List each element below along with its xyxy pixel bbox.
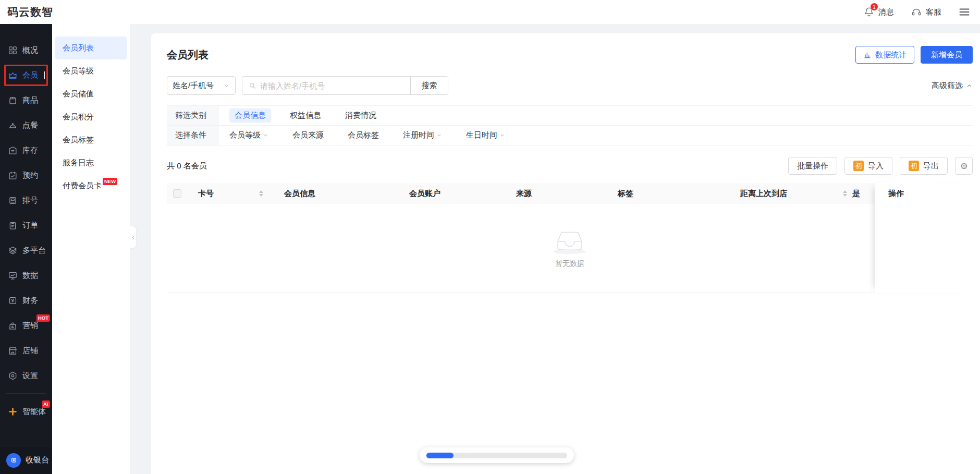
sidebar-item-goods[interactable]: 商品 <box>0 88 52 113</box>
chevron-down-icon <box>436 132 442 138</box>
advanced-filter-toggle[interactable]: 高级筛选 <box>932 81 973 91</box>
search-input[interactable] <box>260 81 405 90</box>
filter-member-tag[interactable]: 会员标签 <box>348 130 379 140</box>
primary-sidebar: 概况 会员 商品 点餐 库存 预约 <box>0 24 52 474</box>
column-last-visit[interactable]: 距离上次到店 <box>740 189 852 199</box>
sidebar-item-multiplatform[interactable]: 多平台 <box>0 238 52 263</box>
column-member-info: 会员信息 <box>284 189 409 199</box>
scrollbar-track[interactable] <box>426 453 567 458</box>
chevron-left-icon <box>130 235 136 240</box>
sidebar-item-label: 多平台 <box>22 246 46 256</box>
batch-operation-button[interactable]: 批量操作 <box>788 157 837 175</box>
submenu-item-member-level[interactable]: 会员等级 <box>55 59 127 82</box>
chevron-down-icon <box>499 132 505 138</box>
sidebar-item-label: 营销 <box>22 321 38 331</box>
sidebar-item-queue[interactable]: 排号 <box>0 188 52 213</box>
sidebar-item-ordering[interactable]: 点餐 <box>0 113 52 138</box>
ai-clover-icon <box>8 407 18 417</box>
text-cursor <box>44 71 45 79</box>
sidebar-item-label: 会员 <box>22 70 38 80</box>
scrollbar-thumb[interactable] <box>426 453 454 458</box>
sidebar-item-label: 排号 <box>22 196 38 205</box>
cashier-button[interactable]: 收银台 <box>0 446 52 474</box>
secondary-sidebar: 会员列表 会员等级 会员储值 会员积分 会员标签 服务日志 付费会员卡 NEW <box>52 24 130 474</box>
horizontal-scrollbar <box>420 447 574 463</box>
filter-category-options: 会员信息 权益信息 消费情况 <box>219 106 400 125</box>
messages-label: 消息 <box>878 7 894 17</box>
chevron-up-icon <box>966 82 973 89</box>
sidebar-item-label: 库存 <box>22 145 38 155</box>
submenu-item-member-points[interactable]: 会员积分 <box>55 105 127 128</box>
grid-icon <box>8 45 18 55</box>
filter-tab-consumption[interactable]: 消费情况 <box>345 111 376 120</box>
sidebar-item-orders[interactable]: 订单 <box>0 213 52 238</box>
content-card: 会员列表 数据统计 新增会员 姓名/手机号 <box>151 33 980 474</box>
filter-tab-member-info[interactable]: 会员信息 <box>229 108 271 123</box>
submenu-item-member-stored-value[interactable]: 会员储值 <box>55 82 127 105</box>
select-all-checkbox[interactable] <box>173 189 181 198</box>
sidebar-item-marketing[interactable]: 营销 HOT <box>0 313 52 338</box>
search-field-select[interactable]: 姓名/手机号 <box>167 76 236 95</box>
filter-birthday-time-dropdown[interactable]: 生日时间 <box>466 130 505 140</box>
filter-condition-label: 选择条件 <box>167 126 219 145</box>
sidebar-item-reservation[interactable]: 预约 <box>0 163 52 188</box>
sidebar-item-inventory[interactable]: 库存 <box>0 138 52 163</box>
filter-category-row: 筛选类别 会员信息 权益信息 消费情况 <box>167 106 973 126</box>
clipboard-icon <box>8 221 18 230</box>
submenu-item-member-tags[interactable]: 会员标签 <box>55 128 127 151</box>
add-member-button[interactable]: 新增会员 <box>921 46 973 64</box>
messages-button[interactable]: 1 消息 <box>863 6 894 18</box>
column-tag: 标签 <box>618 189 740 199</box>
empty-icon-shadow <box>554 249 586 254</box>
sidebar-item-finance[interactable]: 财务 <box>0 288 52 313</box>
gear-hex-icon <box>8 371 18 381</box>
header-actions: 1 消息 客服 <box>863 6 971 18</box>
submenu-item-label: 会员等级 <box>63 66 94 76</box>
title-row: 会员列表 数据统计 新增会员 <box>167 46 973 64</box>
sort-icon[interactable] <box>259 190 263 197</box>
column-card-number[interactable]: 卡号 <box>198 189 284 199</box>
bag-chart-icon <box>8 321 18 331</box>
sidebar-item-label: 订单 <box>22 221 38 230</box>
sidebar-item-label: 商品 <box>22 95 38 105</box>
support-button[interactable]: 客服 <box>911 6 941 18</box>
submenu-item-service-log[interactable]: 服务日志 <box>55 151 127 174</box>
ticket-machine-icon <box>8 196 18 205</box>
filter-member-level-dropdown[interactable]: 会员等级 <box>229 130 268 140</box>
submenu-item-label: 会员积分 <box>63 112 94 122</box>
hamburger-menu-icon[interactable] <box>958 6 971 18</box>
submenu-item-label: 会员储值 <box>63 89 94 99</box>
column-settings-button[interactable] <box>955 157 973 175</box>
member-count-summary: 共 0 名会员 <box>167 161 207 171</box>
submenu-item-member-list[interactable]: 会员列表 <box>55 37 127 59</box>
support-label: 客服 <box>926 7 941 17</box>
sidebar-item-overview[interactable]: 概况 <box>0 38 52 63</box>
table-header-row: 卡号 会员信息 会员账户 来源 标签 距离上次到店 是 <box>167 183 973 204</box>
filter-register-time-dropdown[interactable]: 注册时间 <box>403 130 442 140</box>
select-value: 姓名/手机号 <box>173 81 214 91</box>
export-button[interactable]: 初 导出 <box>900 157 948 175</box>
sidebar-item-members[interactable]: 会员 <box>0 63 52 88</box>
chevron-down-icon <box>223 82 230 89</box>
calendar-check-icon <box>8 171 18 180</box>
filter-tab-rights-info[interactable]: 权益信息 <box>290 111 321 120</box>
data-stats-button[interactable]: 数据统计 <box>855 46 914 64</box>
search-button[interactable]: 搜索 <box>410 77 448 94</box>
search-row: 姓名/手机号 搜索 高级筛选 <box>167 76 973 95</box>
sort-icon[interactable] <box>843 190 847 197</box>
filter-condition-row: 选择条件 会员等级 会员来源 会员标签 注册时间 生日时 <box>167 126 973 145</box>
sidebar-item-data[interactable]: 数据 <box>0 263 52 288</box>
sidebar-collapse-handle[interactable] <box>130 226 137 249</box>
sidebar-item-shop[interactable]: 店铺 <box>0 338 52 363</box>
sidebar-item-settings[interactable]: 设置 <box>0 363 52 388</box>
sidebar-item-ai-agent[interactable]: 智能体 AI <box>0 399 52 424</box>
import-button[interactable]: 初 导入 <box>844 157 892 175</box>
hot-badge: HOT <box>36 314 50 322</box>
summary-row: 共 0 名会员 批量操作 初 导入 初 导出 <box>167 157 973 175</box>
sidebar-item-label: 数据 <box>22 271 38 281</box>
submenu-item-paid-member-card[interactable]: 付费会员卡 NEW <box>55 174 127 197</box>
filter-member-source[interactable]: 会员来源 <box>292 130 324 140</box>
submenu-item-label: 服务日志 <box>63 158 94 168</box>
submenu-item-label: 付费会员卡 <box>63 181 102 191</box>
empty-inbox-icon <box>553 227 587 251</box>
